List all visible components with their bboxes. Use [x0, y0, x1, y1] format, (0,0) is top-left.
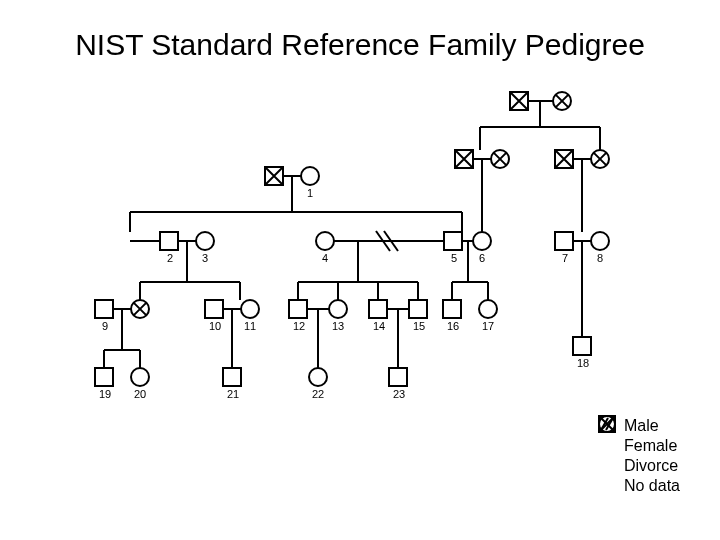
person-label-2: 2	[160, 252, 180, 264]
person-label-13: 13	[328, 320, 348, 332]
female-icon	[598, 437, 616, 455]
legend-female: Female	[624, 437, 677, 455]
svg-rect-67	[443, 300, 461, 318]
person-label-17: 17	[478, 320, 498, 332]
legend: Male Female Divorce No data	[598, 415, 680, 497]
person-label-7: 7	[555, 252, 575, 264]
pedigree-canvas: 1 2 3 4 5 6 7 8 9 10 11 12 13 14 15 16 1…	[0, 72, 720, 512]
svg-rect-22	[160, 232, 178, 250]
person-label-11: 11	[240, 320, 260, 332]
svg-rect-77	[389, 368, 407, 386]
person-label-4: 4	[315, 252, 335, 264]
person-label-18: 18	[573, 357, 593, 369]
svg-point-68	[479, 300, 497, 318]
svg-point-76	[309, 368, 327, 386]
person-label-9: 9	[95, 320, 115, 332]
legend-nodata: No data	[624, 477, 680, 495]
person-label-14: 14	[369, 320, 389, 332]
svg-rect-36	[555, 232, 573, 250]
person-label-22: 22	[308, 388, 328, 400]
svg-rect-43	[95, 300, 113, 318]
nodata-icon	[598, 477, 616, 495]
person-label-12: 12	[289, 320, 309, 332]
svg-point-29	[473, 232, 491, 250]
svg-rect-56	[289, 300, 307, 318]
person-label-1: 1	[300, 187, 320, 199]
svg-rect-58	[369, 300, 387, 318]
svg-point-23	[196, 232, 214, 250]
person-label-10: 10	[205, 320, 225, 332]
svg-point-57	[329, 300, 347, 318]
svg-point-37	[591, 232, 609, 250]
svg-rect-47	[205, 300, 223, 318]
svg-point-27	[316, 232, 334, 250]
person-label-15: 15	[409, 320, 429, 332]
svg-point-48	[241, 300, 259, 318]
person-label-5: 5	[444, 252, 464, 264]
svg-rect-69	[573, 337, 591, 355]
person-label-21: 21	[223, 388, 243, 400]
svg-point-74	[131, 368, 149, 386]
divorce-icon	[598, 457, 616, 475]
person-label-8: 8	[590, 252, 610, 264]
legend-divorce: Divorce	[624, 457, 678, 475]
person-label-23: 23	[389, 388, 409, 400]
svg-rect-75	[223, 368, 241, 386]
person-label-6: 6	[472, 252, 492, 264]
svg-rect-59	[409, 300, 427, 318]
person-label-3: 3	[195, 252, 215, 264]
legend-male: Male	[624, 417, 659, 435]
person-label-19: 19	[95, 388, 115, 400]
svg-point-8	[301, 167, 319, 185]
person-label-20: 20	[130, 388, 150, 400]
person-label-16: 16	[443, 320, 463, 332]
svg-rect-73	[95, 368, 113, 386]
page-title: NIST Standard Reference Family Pedigree	[0, 0, 720, 72]
svg-rect-28	[444, 232, 462, 250]
